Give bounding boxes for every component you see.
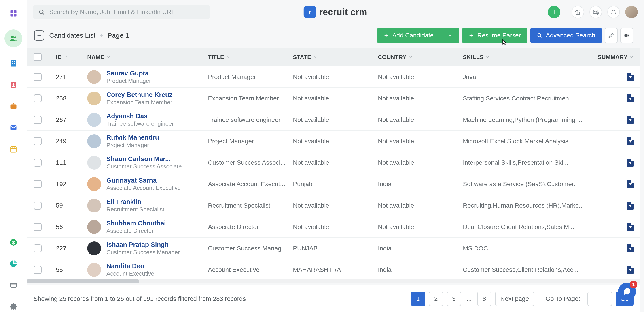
download-icon[interactable] [627,137,634,145]
cell-country: Not available [378,159,463,166]
candidate-name-link[interactable]: Gurinayat Sarna [106,176,181,184]
video-button[interactable] [620,28,633,43]
header-name[interactable]: NAME [87,54,208,61]
header-state[interactable]: STATE [293,54,378,61]
row-checkbox[interactable] [34,266,42,274]
chevron-down-icon[interactable] [442,28,452,43]
download-icon[interactable] [627,223,634,231]
header-summary[interactable]: SUMMARY [588,54,640,61]
header-title[interactable]: TITLE [208,54,293,61]
table-footer: Showing 25 records from 1 to 25 out of 1… [27,285,640,312]
candidate-name-link[interactable]: Saurav Gupta [106,69,151,77]
billing-icon[interactable] [8,280,19,291]
jobs-icon[interactable] [8,101,19,112]
candidate-name-link[interactable]: Nandita Deo [106,262,154,270]
goto-label: Go To Page: [546,295,580,303]
bell-icon[interactable] [607,6,620,18]
candidate-name-link[interactable]: Shaun Carlson Mar... [106,155,182,163]
download-icon[interactable] [627,180,634,188]
row-checkbox[interactable] [34,116,42,124]
cell-state: Not available [293,202,378,209]
horizontal-scrollbar[interactable] [27,279,640,284]
candidate-name-link[interactable]: Ishaan Pratap Singh [106,241,180,249]
row-checkbox[interactable] [34,159,42,167]
page-button[interactable]: 2 [429,292,443,306]
cell-title: Project Manager [208,138,293,145]
download-icon[interactable] [627,159,634,167]
download-icon[interactable] [627,73,634,81]
row-checkbox[interactable] [34,244,42,252]
cell-title: Expansion Team Member [208,95,293,102]
select-all-checkbox[interactable] [34,53,42,61]
candidates-icon[interactable] [4,29,22,47]
reports-icon[interactable] [8,258,19,269]
search-input[interactable] [49,8,204,16]
mail-icon[interactable] [8,122,19,133]
cell-id: 271 [56,73,87,81]
actionbar: Candidates List Page 1 Add Candidate Res… [27,27,640,44]
candidate-name-link[interactable]: Rutvik Mahendru [106,134,159,142]
header-country[interactable]: COUNTRY [378,54,463,61]
svg-rect-47 [624,34,628,37]
row-checkbox[interactable] [34,201,42,210]
next-page-button[interactable]: Next page [495,292,534,306]
candidate-name-link[interactable]: Shubham Chouthai [106,219,166,227]
svg-rect-13 [10,105,16,109]
resume-parser-button[interactable]: Resume Parser [462,28,528,43]
topbar-add-button[interactable] [548,6,560,18]
candidate-name-link[interactable]: Corey Bethune Kreuz [106,91,172,99]
user-avatar[interactable] [625,6,638,18]
goto-page-input[interactable] [588,292,612,306]
row-checkbox[interactable] [34,180,42,188]
cell-skills: MS DOC [463,245,588,252]
candidate-name-link[interactable]: Eli Franklin [106,198,164,206]
candidate-name-link[interactable]: Adyansh Das [106,112,174,120]
header-skills[interactable]: SKILLS [463,54,588,61]
header-id[interactable]: ID [56,54,87,61]
svg-rect-8 [14,61,15,62]
plus-icon [384,33,389,38]
download-icon[interactable] [627,266,634,274]
row-checkbox[interactable] [34,137,42,145]
row-checkbox[interactable] [34,94,42,102]
contacts-icon[interactable] [8,79,19,90]
page-button[interactable]: 8 [477,292,492,306]
companies-icon[interactable] [8,58,19,69]
add-candidate-button[interactable]: Add Candidate [377,28,459,43]
row-checkbox[interactable] [34,73,42,81]
cell-skills: Microsoft Excel,Stock Market Analysis... [463,138,588,145]
svg-point-5 [14,36,16,38]
sort-icon [630,55,634,59]
download-icon[interactable] [627,94,634,102]
page-button[interactable]: 1 [411,292,425,306]
cell-country: India [378,245,463,252]
svg-point-4 [11,36,14,38]
gift-icon[interactable] [572,6,584,18]
svg-rect-7 [12,61,13,62]
download-icon[interactable] [627,116,634,124]
table-row: 227Ishaan Pratap SinghCustomer Success M… [27,237,640,259]
plus-icon [469,33,474,38]
cell-state: Not available [293,116,378,123]
dashboard-icon[interactable] [8,8,19,19]
divider [566,7,566,17]
cell-id: 56 [56,223,87,231]
advanced-search-button[interactable]: Advanced Search [530,28,602,43]
deals-icon[interactable]: $ [8,237,19,248]
mail-add-icon[interactable] [590,6,602,18]
download-icon[interactable] [627,201,634,210]
calendar-icon[interactable] [8,144,19,155]
cell-country: Not available [378,138,463,145]
chat-bubble[interactable]: 1 [618,283,636,301]
cell-country: India [378,266,463,273]
scrollbar-thumb[interactable] [27,279,139,284]
cell-id: 59 [56,202,87,209]
settings-icon[interactable] [8,301,19,312]
search-box[interactable] [33,5,210,19]
row-checkbox[interactable] [34,223,42,231]
page-button[interactable]: 3 [447,292,461,306]
edit-button[interactable] [605,28,618,43]
list-view-icon[interactable] [34,30,44,41]
download-icon[interactable] [627,244,634,252]
cell-country: Not available [378,202,463,209]
